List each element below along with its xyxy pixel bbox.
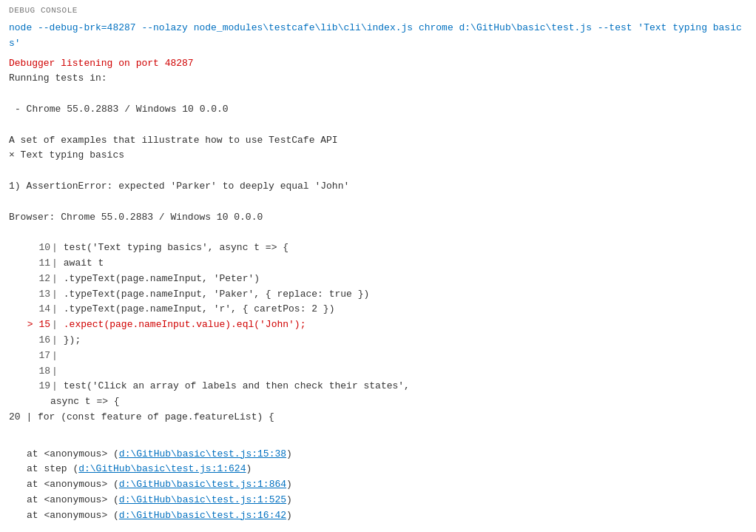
line-number: 11	[27, 256, 50, 272]
line-number: 17	[27, 349, 50, 364]
stack-link[interactable]: d:\GitHub\basic\test.js:1:525	[119, 494, 286, 505]
empty-line-3	[9, 164, 747, 179]
stack-line-2: at <anonymous> (d:\GitHub\basic\test.js:…	[27, 477, 747, 493]
empty-line-6	[9, 425, 747, 441]
stack-suffix: )	[246, 463, 252, 474]
code-line-16: 16|});	[27, 333, 747, 349]
line-number: 16	[27, 333, 50, 349]
line-number: 12	[27, 272, 50, 287]
console-body: node --debug-brk=48287 --nolazy node_mod…	[0, 18, 756, 532]
line-number: 10	[27, 240, 50, 256]
stack-suffix: )	[286, 494, 292, 505]
empty-line-1	[9, 87, 747, 102]
code-line-10: 10|test('Text typing basics', async t =>…	[27, 240, 747, 256]
error-header-line: 1) AssertionError: expected 'Parker' to …	[9, 179, 747, 195]
line-content: test('Text typing basics', async t => {	[64, 240, 288, 256]
debugger-line: Debugger listening on port 48287	[9, 56, 747, 72]
stack-prefix: at <anonymous> (	[27, 510, 119, 521]
stack-prefix: at step (	[27, 463, 78, 474]
line-content: .typeText(page.nameInput, 'Peter')	[64, 272, 260, 287]
stack-line-0: at <anonymous> (d:\GitHub\basic\test.js:…	[27, 447, 747, 462]
stack-link[interactable]: d:\GitHub\basic\test.js:1:624	[78, 463, 246, 474]
stack-line-3: at <anonymous> (d:\GitHub\basic\test.js:…	[27, 493, 747, 508]
line-pipe: |	[52, 349, 58, 364]
line-pipe: |	[52, 379, 58, 394]
line-content: await t	[64, 256, 104, 272]
line-content: });	[64, 333, 81, 349]
line-number: 14	[27, 302, 50, 317]
stack-link[interactable]: d:\GitHub\basic\test.js:16:42	[119, 510, 286, 521]
line-number: 18	[27, 364, 50, 380]
line-number: 13	[27, 287, 50, 303]
empty-line-4	[9, 195, 747, 210]
debug-console-container: DEBUG CONSOLE node --debug-brk=48287 --n…	[0, 0, 756, 532]
line-pipe: |	[52, 364, 58, 380]
stack-link[interactable]: d:\GitHub\basic\test.js:15:38	[119, 448, 286, 459]
line-pipe: |	[52, 256, 58, 272]
line-content: test('Click an array of labels and then …	[64, 379, 410, 394]
line-content: .typeText(page.nameInput, 'Paker', { rep…	[64, 287, 369, 303]
stack-suffix: )	[286, 510, 292, 521]
console-header: DEBUG CONSOLE	[0, 0, 756, 18]
line-pipe: |	[52, 302, 58, 317]
command-line: node --debug-brk=48287 --nolazy node_mod…	[9, 21, 747, 52]
browser-info-line: Browser: Chrome 55.0.2883 / Windows 10 0…	[9, 210, 747, 226]
running-tests-line: Running tests in:	[9, 71, 747, 87]
line-pipe: |	[52, 317, 58, 333]
code-line-11: 11| await t	[27, 256, 747, 272]
stack-suffix: )	[286, 448, 292, 459]
code-line-15: > 15| .expect(page.nameInput.value).eql(…	[27, 317, 747, 333]
line-content: .typeText(page.nameInput, 'r', { caretPo…	[64, 302, 335, 317]
stack-suffix: )	[286, 479, 292, 490]
browser-line: - Chrome 55.0.2883 / Windows 10 0.0.0	[15, 102, 747, 118]
stack-block: at <anonymous> (d:\GitHub\basic\test.js:…	[27, 447, 747, 524]
stack-link[interactable]: d:\GitHub\basic\test.js:1:864	[119, 479, 286, 490]
line-pipe: |	[52, 333, 58, 349]
code-line-19: 19|test('Click an array of labels and th…	[27, 379, 747, 394]
code-line-18: 18|	[27, 364, 747, 380]
stack-line-4: at <anonymous> (d:\GitHub\basic\test.js:…	[27, 508, 747, 524]
for-line: 20 | for (const feature of page.featureL…	[9, 410, 747, 425]
async-line: async t => {	[50, 394, 747, 410]
line-pipe: |	[52, 272, 58, 287]
stack-prefix: at <anonymous> (	[27, 448, 119, 459]
empty-line-2	[9, 118, 747, 133]
console-title: DEBUG CONSOLE	[9, 6, 78, 15]
line-pipe: |	[52, 240, 58, 256]
line-number: > 15	[27, 317, 50, 333]
line-number: 19	[27, 379, 50, 394]
test-suite-line: A set of examples that illustrate how to…	[9, 133, 747, 149]
code-line-12: 12| .typeText(page.nameInput, 'Peter')	[27, 272, 747, 287]
empty-line-5	[9, 225, 747, 240]
code-line-17: 17|	[27, 349, 747, 364]
code-line-13: 13| .typeText(page.nameInput, 'Paker', {…	[27, 287, 747, 303]
code-block: 10|test('Text typing basics', async t =>…	[27, 240, 747, 394]
stack-prefix: at <anonymous> (	[27, 494, 119, 505]
line-content: .expect(page.nameInput.value).eql('John'…	[64, 317, 306, 333]
stack-line-1: at step (d:\GitHub\basic\test.js:1:624)	[27, 462, 747, 477]
stack-prefix: at <anonymous> (	[27, 479, 119, 490]
test-fail-line: × Text typing basics	[9, 148, 747, 164]
line-pipe: |	[52, 287, 58, 303]
code-line-14: 14| .typeText(page.nameInput, 'r', { car…	[27, 302, 747, 317]
